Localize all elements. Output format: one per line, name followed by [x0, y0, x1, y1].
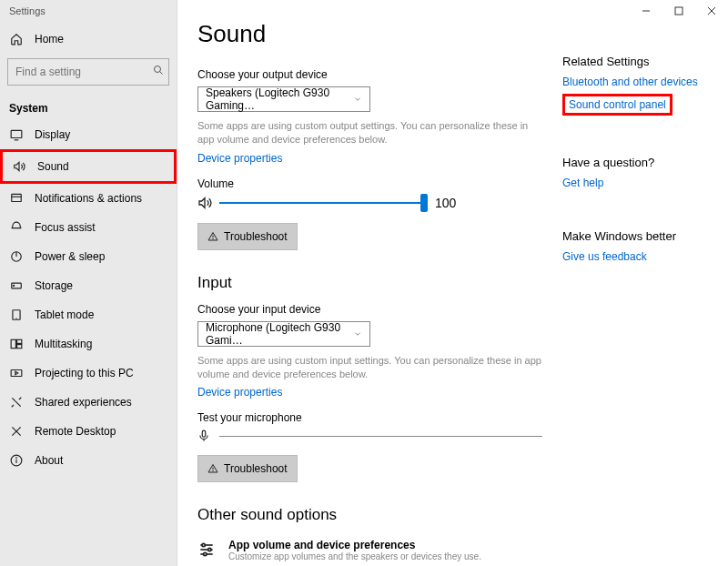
tablet-icon	[9, 308, 24, 322]
search-icon	[153, 65, 164, 76]
aside: Related Settings Bluetooth and other dev…	[562, 15, 708, 551]
maximize-button[interactable]	[662, 0, 695, 22]
page-title: Sound	[197, 20, 542, 48]
sidebar-item-remote-desktop[interactable]: Remote Desktop	[0, 417, 177, 446]
app-volume-preferences-row[interactable]: App volume and device preferences Custom…	[197, 535, 542, 565]
sidebar-item-label: Tablet mode	[35, 308, 94, 321]
svg-point-10	[14, 285, 15, 286]
sidebar-item-label: Notifications & actions	[35, 192, 142, 205]
troubleshoot-label: Troubleshoot	[224, 230, 288, 243]
volume-row: 100	[197, 196, 542, 210]
other-options-heading: Other sound options	[197, 506, 542, 524]
sidebar: Settings Home System Display Sound Notif…	[0, 0, 177, 566]
sidebar-item-label: Focus assist	[35, 221, 96, 234]
svg-rect-13	[11, 339, 15, 348]
about-icon	[9, 453, 24, 468]
output-troubleshoot-button[interactable]: Troubleshoot	[197, 223, 298, 250]
chevron-down-icon	[353, 95, 362, 104]
input-device-properties-link[interactable]: Device properties	[197, 386, 282, 399]
mic-test-row	[197, 430, 542, 442]
volume-slider-fill	[219, 202, 424, 204]
get-help-link[interactable]: Get help	[562, 177, 708, 189]
make-windows-better-heading: Make Windows better	[562, 229, 708, 243]
microphone-icon	[197, 430, 210, 442]
svg-rect-5	[12, 194, 22, 201]
sidebar-item-notifications[interactable]: Notifications & actions	[0, 184, 177, 213]
sidebar-heading: System	[0, 96, 177, 120]
svg-marker-4	[15, 162, 19, 170]
sound-control-panel-link[interactable]: Sound control panel	[569, 98, 666, 111]
home-icon	[9, 32, 24, 46]
home-button[interactable]: Home	[0, 25, 177, 53]
sidebar-item-multitasking[interactable]: Multitasking	[0, 329, 177, 359]
output-device-properties-link[interactable]: Device properties	[197, 152, 282, 165]
svg-point-35	[213, 471, 214, 472]
sound-icon	[12, 159, 26, 174]
sidebar-item-label: Storage	[35, 279, 73, 292]
speaker-icon	[197, 196, 212, 210]
feedback-link[interactable]: Give us feedback	[562, 250, 708, 263]
input-troubleshoot-button[interactable]: Troubleshoot	[197, 455, 298, 482]
related-settings-heading: Related Settings	[562, 55, 708, 68]
input-device-label: Choose your input device	[197, 303, 542, 316]
sidebar-item-label: Projecting to this PC	[35, 367, 134, 379]
sidebar-item-storage[interactable]: Storage	[0, 271, 177, 300]
power-icon	[9, 249, 24, 264]
input-device-value: Microphone (Logitech G930 Gami…	[206, 321, 353, 347]
sidebar-item-label: Multitasking	[35, 338, 92, 350]
close-button[interactable]	[695, 0, 728, 22]
shared-icon	[9, 395, 24, 409]
content: Sound Choose your output device Speakers…	[197, 15, 542, 551]
sidebar-item-display[interactable]: Display	[0, 120, 177, 149]
sidebar-item-label: About	[35, 454, 63, 467]
input-heading: Input	[197, 274, 542, 292]
sound-control-panel-highlight: Sound control panel	[562, 94, 672, 116]
svg-point-30	[213, 238, 214, 239]
sidebar-item-label: Power & sleep	[35, 250, 105, 263]
volume-value: 100	[435, 196, 456, 210]
home-label: Home	[35, 33, 64, 45]
sidebar-item-tablet-mode[interactable]: Tablet mode	[0, 300, 177, 329]
have-question-heading: Have a question?	[562, 156, 708, 169]
mic-level-meter	[219, 436, 542, 437]
volume-label: Volume	[197, 177, 542, 190]
notifications-icon	[9, 191, 24, 206]
svg-rect-24	[675, 7, 682, 15]
minimize-button[interactable]	[630, 0, 662, 22]
bluetooth-link[interactable]: Bluetooth and other devices	[562, 76, 708, 88]
sidebar-item-about[interactable]: About	[0, 446, 177, 475]
svg-point-41	[204, 553, 207, 556]
volume-slider-thumb[interactable]	[420, 194, 428, 212]
input-helper-text: Some apps are using custom input setting…	[197, 354, 542, 381]
svg-rect-2	[11, 130, 22, 137]
svg-point-40	[208, 549, 211, 551]
warning-icon	[207, 463, 218, 474]
input-device-select[interactable]: Microphone (Logitech G930 Gami…	[197, 321, 370, 347]
multitasking-icon	[9, 337, 24, 351]
focus-assist-icon	[9, 220, 24, 235]
svg-rect-15	[17, 345, 22, 349]
svg-point-39	[202, 544, 205, 547]
svg-line-1	[160, 72, 163, 75]
chevron-down-icon	[353, 329, 362, 339]
output-device-select[interactable]: Speakers (Logitech G930 Gaming…	[197, 86, 370, 112]
sidebar-item-label: Remote Desktop	[35, 425, 116, 438]
svg-rect-14	[17, 339, 22, 343]
sidebar-item-label: Sound	[37, 160, 69, 173]
projecting-icon	[9, 366, 24, 380]
sidebar-item-focus-assist[interactable]: Focus assist	[0, 213, 177, 242]
sidebar-item-sound[interactable]: Sound	[0, 149, 177, 184]
sidebar-item-label: Display	[35, 128, 70, 141]
search-input[interactable]	[7, 58, 169, 86]
output-device-value: Speakers (Logitech G930 Gaming…	[206, 86, 353, 112]
svg-marker-17	[15, 371, 18, 375]
sidebar-item-power-sleep[interactable]: Power & sleep	[0, 242, 177, 271]
sidebar-item-projecting[interactable]: Projecting to this PC	[0, 359, 177, 388]
svg-marker-27	[199, 197, 205, 207]
volume-slider[interactable]	[219, 202, 424, 204]
svg-point-22	[16, 458, 17, 459]
svg-rect-16	[11, 370, 22, 377]
sidebar-item-shared-experiences[interactable]: Shared experiences	[0, 388, 177, 417]
search-wrap	[0, 55, 177, 89]
test-mic-label: Test your microphone	[197, 411, 542, 424]
